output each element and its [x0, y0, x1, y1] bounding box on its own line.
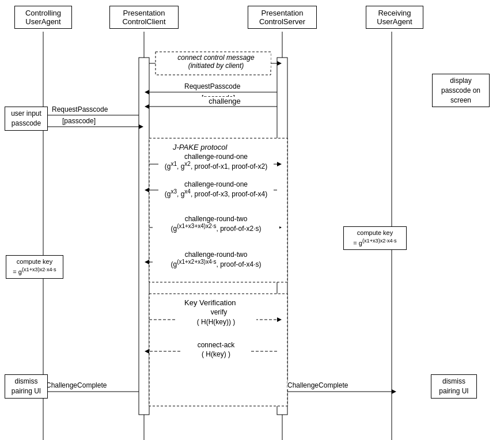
note-dismiss-left: dismiss pairing UI	[5, 374, 48, 399]
label-connect-control: connect control message(initiated by cli…	[161, 54, 271, 70]
label-challenge-round-two-lr: challenge-round-two(g(x1+x3+x4)x2·s, pro…	[153, 215, 279, 233]
label-jpake: J-PAKE protocol	[173, 143, 227, 151]
svg-marker-28	[277, 317, 282, 322]
svg-marker-10	[145, 90, 149, 94]
note-compute-key-left: compute key= g(x1+x3)x2·x4·s	[6, 255, 63, 279]
sequence-diagram: Controlling UserAgent Presentation Contr…	[0, 0, 504, 440]
svg-marker-12	[145, 104, 149, 109]
label-passcode-bracket-client: [passcode]	[62, 117, 96, 125]
label-challenge-complete-left: ChallengeComplete	[46, 381, 107, 389]
label-challenge-round-one-lr: challenge-round-one(gx1, gx2, proof-of-x…	[158, 153, 274, 170]
label-key-verification: Key Verification	[184, 298, 236, 307]
svg-rect-4	[139, 58, 149, 415]
note-compute-key-right: compute key= g(x1+x3)x2·x4·s	[343, 226, 407, 250]
lifeline-presentation-client: Presentation ControlClient	[109, 6, 179, 29]
label-request-passcode-client: RequestPasscode	[52, 105, 108, 113]
label-request-passcode-server: RequestPasscode	[184, 82, 240, 90]
svg-marker-25	[145, 260, 149, 264]
svg-marker-30	[145, 349, 149, 354]
label-challenge-complete-right: ChallengeComplete	[287, 381, 348, 389]
label-verify-value: ( H(H(key)) )	[176, 318, 256, 326]
svg-marker-21	[145, 188, 149, 192]
note-display-passcode: display passcode on screen	[432, 74, 490, 107]
svg-rect-5	[277, 58, 287, 415]
label-challenge-round-one-rl: challenge-round-one(gx3, gx4, proof-of-x…	[158, 180, 274, 198]
svg-marker-19	[277, 162, 282, 166]
label-challenge: challenge	[196, 97, 253, 105]
lifeline-receiving: Receiving UserAgent	[366, 6, 423, 29]
lifeline-controlling: Controlling UserAgent	[14, 6, 72, 29]
svg-marker-7	[277, 61, 282, 66]
lifeline-presentation-server: Presentation ControlServer	[248, 6, 317, 29]
label-verify: verify	[196, 308, 242, 316]
label-challenge-round-two-rl: challenge-round-two(g(x1+x2+x3)x4·s, pro…	[153, 251, 279, 268]
svg-marker-16	[139, 124, 143, 129]
label-connect-ack: connect-ack	[190, 341, 242, 349]
svg-marker-34	[392, 389, 396, 394]
label-connect-ack-value: ( H(key) )	[181, 350, 251, 358]
note-dismiss-right: dismiss pairing UI	[431, 374, 477, 399]
note-user-input-passcode: user input passcode	[5, 107, 48, 131]
